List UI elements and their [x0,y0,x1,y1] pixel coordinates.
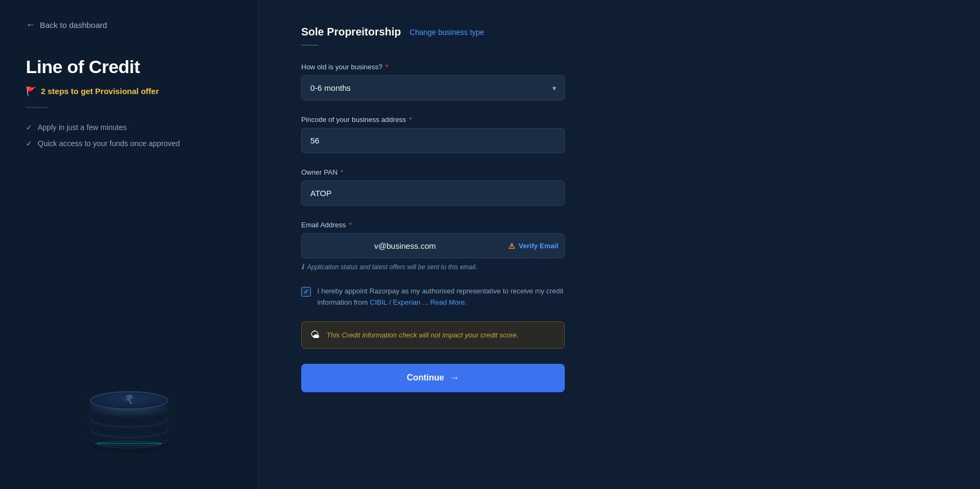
sun-icon: 🌤 [310,329,320,341]
warning-triangle-icon: ⚠ [508,242,515,250]
email-input-wrapper: ⚠ Verify Email [301,233,565,258]
form-section: How old is your business? * 0-6 months 6… [301,63,565,392]
back-link-text: Back to dashboard [40,20,107,30]
business-type-header: Sole Propreitorship Change business type [301,26,937,38]
benefit-text-1: Apply in just a few minutes [38,123,127,132]
checkbox-section: ✓ I hereby appoint Razorpay as my author… [301,286,565,308]
continue-button[interactable]: Continue → [301,364,565,392]
owner-pan-input[interactable] [301,181,565,206]
benefit-list: ✓ Apply in just a few minutes ✓ Quick ac… [26,123,232,148]
email-label: Email Address * [301,221,565,229]
benefit-text-2: Quick access to your funds once approved [38,139,180,148]
business-type-title: Sole Propreitorship [301,26,401,38]
benefit-item-1: ✓ Apply in just a few minutes [26,123,232,132]
required-star-pincode: * [409,116,412,124]
business-age-select-wrapper: 0-6 months 6-12 months 1-3 years 3+ year… [301,75,565,100]
info-icon: ℹ [301,263,304,271]
benefit-item-2: ✓ Quick access to your funds once approv… [26,139,232,148]
right-panel: Sole Propreitorship Change business type… [258,0,980,489]
svg-text:₹: ₹ [125,393,133,407]
check-icon-1: ✓ [26,123,32,132]
email-group: Email Address * ⚠ Verify Email ℹ Applica… [301,221,565,271]
owner-pan-group: Owner PAN * [301,168,565,206]
authorize-checkbox[interactable]: ✓ [301,287,311,297]
required-star-pan: * [340,168,343,176]
pincode-group: Pincode of your business address * [301,116,565,153]
email-hint-text: Application status and latest offers wil… [307,263,477,271]
read-more-link[interactable]: Read More. [430,298,467,306]
business-age-select[interactable]: 0-6 months 6-12 months 1-3 years 3+ year… [301,75,565,100]
credit-info-box: 🌤 This Credit information check will not… [301,321,565,349]
business-age-group: How old is your business? * 0-6 months 6… [301,63,565,100]
required-star-email: * [349,221,352,229]
flag-icon: 🚩 [26,86,37,96]
experian-link[interactable]: Experian [393,298,420,306]
owner-pan-label: Owner PAN * [301,168,565,176]
verify-email-text: Verify Email [519,242,558,250]
required-star-age: * [386,63,388,71]
cibil-link[interactable]: CIBIL [370,298,387,306]
left-panel: ← Back to dashboard Line of Credit 🚩 2 s… [0,0,258,489]
pincode-label: Pincode of your business address * [301,116,565,124]
arrow-right-icon: → [450,372,459,384]
email-hint: ℹ Application status and latest offers w… [301,263,565,271]
back-arrow-icon: ← [26,19,35,31]
header-underline [301,45,318,46]
steps-badge: 🚩 2 steps to get Provisional offer [26,86,232,96]
check-icon-2: ✓ [26,139,32,148]
steps-badge-text: 2 steps to get Provisional offer [41,87,159,96]
page-title: Line of Credit [26,56,232,77]
verify-email-button[interactable]: ⚠ Verify Email [508,242,558,250]
coin-illustration: ₹ [75,360,183,457]
continue-btn-text: Continue [407,373,444,383]
checkbox-text: I hereby appoint Razorpay as my authoris… [317,286,565,308]
checkbox-check-icon: ✓ [303,288,309,296]
change-business-type-link[interactable]: Change business type [410,28,485,37]
back-to-dashboard-link[interactable]: ← Back to dashboard [26,19,232,31]
checkbox-ellipsis: ... [422,298,428,306]
credit-info-text: This Credit information check will not i… [326,331,519,339]
pincode-input[interactable] [301,128,565,153]
business-age-label: How old is your business? * [301,63,565,71]
divider [26,107,47,108]
